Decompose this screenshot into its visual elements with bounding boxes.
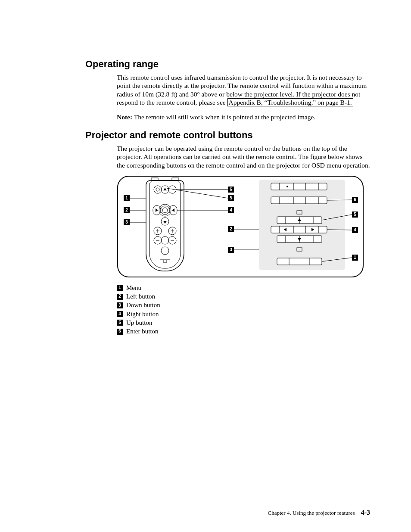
- callout-left-3: 3: [125, 220, 128, 224]
- callout-right-6: 6: [354, 197, 356, 202]
- legend-label: Menu: [126, 284, 141, 292]
- note-text: The remote will still work when it is po…: [132, 113, 315, 121]
- legend-label: Enter button: [126, 327, 159, 336]
- xref-appendix-b[interactable]: Appendix B, “Troubleshooting,” on page B…: [227, 98, 353, 106]
- legend-row: 3 Down button: [117, 301, 370, 309]
- legend-num: 3: [117, 302, 123, 308]
- callout-right-4: 4: [354, 227, 356, 232]
- para-operating-range: This remote control uses infrared transm…: [117, 73, 370, 107]
- remote-control-illustration: [146, 178, 184, 271]
- legend-num: 5: [117, 320, 123, 326]
- projector-top-illustration: [259, 180, 345, 270]
- legend-num: 6: [117, 329, 123, 335]
- note-operating-range: Note: The remote will still work when it…: [117, 113, 370, 121]
- note-label: Note:: [117, 113, 132, 121]
- para-projector-buttons: The projector can be operated using the …: [117, 144, 370, 169]
- heading-operating-range: Operating range: [85, 59, 370, 70]
- svg-rect-71: [277, 258, 322, 265]
- legend-label: Up button: [126, 319, 152, 327]
- footer-chapter: Chapter 4. Using the projector features: [268, 510, 355, 516]
- callout-right-5: 5: [354, 212, 356, 217]
- figure-legend: 1 Menu 2 Left button 3 Down button 4 Rig…: [117, 284, 370, 336]
- heading-projector-buttons: Projector and remote control buttons: [85, 130, 370, 141]
- footer-page-number: 4-3: [361, 509, 370, 516]
- callout-left-2: 2: [125, 208, 128, 212]
- callout-mid-2: 2: [230, 227, 232, 231]
- legend-row: 2 Left button: [117, 292, 370, 301]
- legend-row: 5 Up button: [117, 319, 370, 327]
- svg-point-46: [286, 186, 288, 187]
- legend-row: 1 Menu: [117, 284, 370, 292]
- legend-row: 4 Right button: [117, 310, 370, 318]
- callout-mid-3: 3: [230, 247, 232, 252]
- figure-remote-and-projector: 1 2 3: [117, 175, 364, 278]
- legend-label: Right button: [126, 310, 159, 318]
- legend-num: 4: [117, 311, 123, 317]
- legend-label: Left button: [126, 292, 155, 301]
- legend-num: 1: [117, 285, 123, 291]
- svg-rect-7: [151, 178, 158, 180]
- legend-row: 6 Enter button: [117, 327, 370, 336]
- page-footer: Chapter 4. Using the projector features …: [268, 509, 370, 516]
- legend-num: 2: [117, 294, 123, 300]
- callout-mid-6: 6: [230, 187, 232, 192]
- svg-rect-40: [259, 180, 345, 270]
- callout-mid-5: 5: [230, 196, 232, 200]
- callout-right-1: 1: [354, 255, 356, 260]
- legend-label: Down button: [126, 301, 160, 309]
- callout-mid-4: 4: [230, 208, 232, 212]
- svg-rect-8: [172, 178, 179, 180]
- callout-left-1: 1: [125, 196, 128, 200]
